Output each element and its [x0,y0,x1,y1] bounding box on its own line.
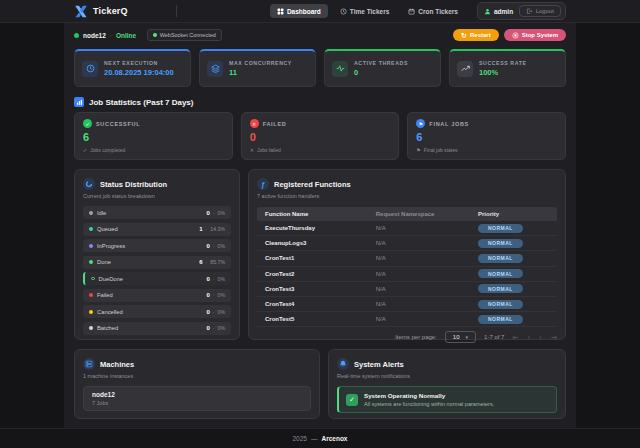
check-circle-icon: ✓ [83,119,92,128]
logout-label: Logout [536,8,554,14]
next-page-button[interactable]: › [539,333,542,342]
username: admin [494,8,513,15]
status-row-done: Done 6·85.7% [83,256,231,269]
last-page-button[interactable]: ⇥ [551,333,557,342]
nav-cron-tickers[interactable]: Cron Tickers [401,4,465,18]
stat-value: 100% [479,68,526,77]
clock-icon [82,61,98,77]
user-icon [484,8,491,15]
table-row[interactable]: CleanupLogs3 N/A NORMAL [257,236,557,251]
machines-card: Machines 1 machine instances node12 7 Jo… [74,349,320,419]
jobcard-final-jobs: ⚑ FINAL JOBS 6 ⚑ Final job states [407,112,566,160]
stop-system-button[interactable]: Stop System [504,29,566,41]
priority-badge: NORMAL [478,239,523,248]
user-chip[interactable]: admin [484,8,513,15]
app-title: TickerQ [93,6,128,16]
first-page-button[interactable]: ⇤ [512,333,518,342]
system-alerts-title: System Alerts [354,360,404,369]
flag-circle-icon: ⚑ [416,119,425,128]
grid-icon [277,8,284,15]
status-distribution-card: Status Distribution Current job status b… [74,169,240,340]
pagination: Items per page: 10 ▾ 1-7 of 7 ⇤ ‹ › ⇥ [257,327,557,343]
jobcard-caption: ⚑ Final job states [416,147,557,153]
priority-badge: NORMAL [478,315,523,324]
jobcard-caption: ✕ Jobs failed [250,147,391,153]
status-row-duedone: DueDone 0·0% [83,272,231,285]
job-statistics-header: Job Statistics (Past 7 Days) [74,97,566,107]
table-row[interactable]: CronTest3 N/A NORMAL [257,282,557,297]
x-circle-icon: ✕ [250,119,259,128]
node-status: node12 · Online WebSocket Connected [74,29,222,41]
stat-card-success-rate: SUCCESS RATE 100% [449,49,566,87]
status-bar: node12 · Online WebSocket Connected ↻ Re… [74,29,566,41]
footer-separator: — [311,435,318,442]
registered-functions-card: ƒ Registered Functions 7 active function… [248,169,566,340]
jobcard-value: 0 [250,132,391,143]
stop-system-label: Stop System [522,32,558,38]
nav-time-tickers[interactable]: Time Tickers [333,4,397,18]
previous-page-button[interactable]: ‹ [528,333,531,342]
jobcard-value: 6 [83,132,224,143]
alert-message: All systems are functioning within norma… [364,401,494,407]
calendar-icon [408,8,415,15]
bottom-row: Machines 1 machine instances node12 7 Jo… [74,349,566,419]
main-area: node12 · Online WebSocket Connected ↻ Re… [0,23,640,428]
machine-jobs: 7 Jobs [92,400,302,406]
pagination-range: 1-7 of 7 [484,334,504,340]
online-label: Online [116,32,136,39]
restart-icon: ↻ [461,32,467,39]
stat-cards-row: NEXT EXECUTION 20.08.2025 19:04:00 MAX C… [74,49,566,87]
stat-label: NEXT EXECUTION [104,60,174,66]
system-actions: ↻ Restart Stop System [453,29,566,41]
status-dot [91,277,95,281]
user-group: admin Logout [477,2,566,21]
restart-button[interactable]: ↻ Restart [453,29,499,41]
jobcard-label: SUCCESSFUL [96,121,140,127]
main-nav: Dashboard Time Tickers Cron Tickers [270,4,465,18]
jobcard-failed: ✕ FAILED 0 ✕ Jobs failed [241,112,400,160]
table-header: Function Name Request Namespace Priority [257,207,557,221]
check-square-icon: ✓ [346,394,358,406]
table-row[interactable]: CronTest1 N/A NORMAL [257,251,557,266]
status-dot [89,260,93,264]
system-alerts-card: System Alerts Real-time system notificat… [328,349,566,419]
status-distribution-subtitle: Current job status breakdown [83,193,231,199]
logout-button[interactable]: Logout [519,5,561,18]
status-dot [89,293,93,297]
caption-check-icon: ✓ [83,147,87,153]
page: TickerQ Dashboard Time Tickers Cron Tick… [0,0,640,448]
header-divider [176,5,177,17]
system-alerts-subtitle: Real-time system notifications [337,373,557,379]
status-dot [89,211,93,215]
nav-time-tickers-label: Time Tickers [350,8,390,15]
table-row[interactable]: CronTest4 N/A NORMAL [257,297,557,312]
table-row[interactable]: CronTest5 N/A NORMAL [257,312,557,327]
status-dot [89,326,93,330]
jobcard-label: FAILED [263,121,287,127]
nav-dashboard[interactable]: Dashboard [270,4,328,18]
stat-value: 20.08.2025 19:04:00 [104,68,174,77]
caption-cross-icon: ✕ [250,147,254,153]
bell-icon [337,358,349,370]
stat-label: SUCCESS RATE [479,60,526,66]
registered-functions-title: Registered Functions [274,180,351,189]
top-bar-inner: TickerQ Dashboard Time Tickers Cron Tick… [64,0,576,22]
status-row-idle: Idle 0·0% [83,206,231,219]
middle-row: Status Distribution Current job status b… [74,169,566,340]
priority-badge: NORMAL [478,284,523,293]
node-status-separator: · [110,32,112,39]
top-bar: TickerQ Dashboard Time Tickers Cron Tick… [0,0,640,23]
websocket-dot [153,33,157,37]
machine-item[interactable]: node12 7 Jobs [83,386,311,411]
activity-icon [332,61,348,77]
footer-brand: Arcenox [321,435,347,442]
stat-card-max-concurrency: MAX CONCURRENCY 11 [199,49,316,87]
table-row[interactable]: CronTest2 N/A NORMAL [257,267,557,282]
jobcard-caption: ✓ Jobs completed [83,147,224,153]
status-row-inprogress: InProgress 0·0% [83,239,231,252]
node-status-dot [74,33,79,38]
table-row[interactable]: ExecuteThursday N/A NORMAL [257,221,557,236]
caption-flag-icon: ⚑ [416,147,420,153]
status-dot [89,227,93,231]
items-per-page-select[interactable]: 10 ▾ [445,331,476,343]
